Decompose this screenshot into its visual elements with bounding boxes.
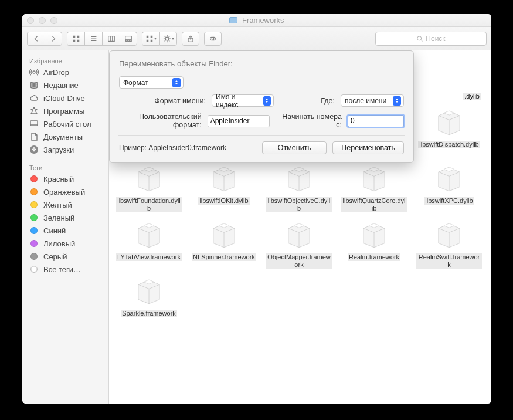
sidebar-item-label: Оранжевый — [43, 188, 85, 197]
share-button[interactable] — [182, 32, 199, 46]
file-item[interactable]: Sparkle.framework — [114, 272, 184, 317]
view-icons-button[interactable] — [67, 32, 84, 46]
file-name-label: libswiftDispatch.dylib — [418, 141, 480, 148]
sidebar-item-label: Желтый — [43, 201, 72, 209]
tag-dot-icon — [29, 226, 39, 235]
sidebar-item-icloud[interactable]: iCloud Drive — [22, 92, 108, 104]
tag-dot-icon — [29, 187, 39, 197]
stepper-arrows-icon — [393, 96, 401, 106]
airdrop-icon — [29, 67, 39, 77]
search-field[interactable]: Поиск — [375, 32, 487, 46]
finder-window: Frameworks ▾ ▾ Поиск Избранное — [22, 14, 491, 404]
sidebar-item-label: Лиловый — [43, 239, 75, 248]
action-button[interactable]: ▾ — [159, 32, 177, 46]
sidebar-item-documents[interactable]: Документы — [22, 130, 108, 143]
arrange-button[interactable]: ▾ — [142, 32, 159, 46]
sidebar-tag-green[interactable]: Зеленый — [22, 211, 108, 224]
file-item[interactable]: RealmSwift.framework — [414, 216, 484, 269]
svg-rect-10 — [125, 36, 132, 39]
file-item[interactable]: Realm.framework — [339, 216, 409, 269]
stepper-arrows-icon — [172, 78, 181, 87]
rename-mode-select[interactable]: Формат — [119, 76, 184, 89]
sidebar-item-label: Загрузки — [43, 145, 74, 154]
bundle-icon — [430, 103, 468, 141]
custom-format-label: Пользовательский формат: — [119, 113, 202, 129]
sidebar-tag-orange[interactable]: Оранжевый — [22, 185, 108, 198]
svg-rect-13 — [130, 40, 132, 41]
sidebar-tag-red[interactable]: Красный — [22, 172, 108, 185]
forward-button[interactable] — [45, 32, 62, 46]
file-item[interactable]: libswiftObjectiveC.dylib — [264, 160, 334, 212]
svg-point-18 — [165, 37, 169, 40]
file-item[interactable]: libswiftQuartzCore.dylib — [339, 160, 409, 212]
bundle-icon — [355, 160, 393, 197]
file-item[interactable]: ObjectMapper.framework — [264, 216, 334, 269]
custom-format-input[interactable] — [208, 115, 270, 127]
sidebar-section-tags-title: Теги — [22, 162, 108, 172]
svg-rect-7 — [108, 36, 114, 41]
cancel-button[interactable]: Отменить — [262, 141, 327, 154]
view-list-button[interactable] — [84, 32, 102, 46]
svg-rect-16 — [147, 39, 149, 42]
where-select[interactable]: после имени — [341, 94, 404, 107]
view-gallery-button[interactable] — [120, 32, 137, 46]
select-value: Имя и индекс — [216, 93, 259, 109]
tag-dot-icon — [29, 200, 39, 209]
file-name-label: libswiftXPC.dylib — [424, 197, 474, 205]
sidebar-item-label: Синий — [43, 226, 66, 235]
svg-rect-14 — [147, 35, 149, 38]
obscured-file-label: .dylib — [463, 93, 481, 100]
back-button[interactable] — [27, 32, 45, 46]
file-name-label: ObjectMapper.framework — [266, 253, 332, 269]
body: Избранное AirDrop Недавние iCloud Drive … — [22, 50, 491, 404]
bundle-icon — [205, 216, 243, 253]
svg-line-25 — [164, 40, 165, 40]
sidebar-item-all-tags[interactable]: Все теги… — [22, 263, 108, 276]
sidebar-item-label: Красный — [43, 175, 74, 184]
sidebar: Избранное AirDrop Недавние iCloud Drive … — [22, 50, 109, 404]
file-item[interactable]: libswiftDispatch.dylib — [414, 103, 484, 156]
window-title: Frameworks — [22, 16, 491, 25]
file-name-label: libswiftQuartzCore.dylib — [341, 197, 407, 212]
sidebar-item-downloads[interactable]: Загрузки — [22, 143, 108, 156]
sidebar-item-label: iCloud Drive — [43, 94, 85, 103]
desktop-icon — [29, 119, 39, 128]
file-item[interactable]: libswiftXPC.dylib — [414, 160, 484, 212]
name-format-select[interactable]: Имя и индекс — [212, 94, 274, 107]
toolbar: ▾ ▾ Поиск — [22, 27, 491, 50]
file-item[interactable]: libswiftIOKit.dylib — [189, 160, 259, 212]
file-item[interactable]: NLSpinner.framework — [189, 216, 259, 269]
bundle-icon — [355, 216, 393, 253]
rename-button[interactable]: Переименовать — [332, 141, 404, 154]
svg-rect-15 — [151, 35, 153, 38]
sidebar-item-label: Зеленый — [43, 214, 74, 222]
view-columns-button[interactable] — [102, 32, 120, 46]
rename-popover: Переименовать объекты Finder: Формат Фор… — [109, 50, 414, 163]
sidebar-item-label: Документы — [43, 133, 83, 141]
sidebar-item-label: Серый — [43, 252, 67, 261]
file-name-label: libswiftObjectiveC.dylib — [266, 197, 332, 212]
sidebar-tag-blue[interactable]: Синий — [22, 224, 108, 237]
file-item[interactable]: LYTabView.framework — [114, 216, 184, 269]
bundle-icon — [130, 272, 168, 310]
svg-point-33 — [33, 71, 35, 73]
sidebar-item-applications[interactable]: Программы — [22, 104, 108, 117]
close-window-button[interactable] — [27, 17, 34, 24]
zoom-window-button[interactable] — [50, 17, 57, 24]
nav-buttons — [27, 32, 62, 46]
minimize-window-button[interactable] — [39, 17, 46, 24]
sidebar-tag-yellow[interactable]: Желтый — [22, 198, 108, 211]
sidebar-tag-purple[interactable]: Лиловый — [22, 237, 108, 250]
name-format-label: Формат имени: — [119, 97, 206, 105]
select-value: Формат — [123, 79, 148, 87]
sidebar-item-label: Рабочий стол — [43, 120, 91, 128]
file-item[interactable]: libswiftFoundation.dylib — [114, 160, 184, 212]
sidebar-item-airdrop[interactable]: AirDrop — [22, 66, 108, 79]
sidebar-item-recents[interactable]: Недавние — [22, 79, 108, 92]
sidebar-item-desktop[interactable]: Рабочий стол — [22, 117, 108, 130]
sidebar-item-label: Программы — [43, 107, 84, 116]
start-number-input[interactable] — [348, 115, 404, 127]
sidebar-tag-gray[interactable]: Серый — [22, 250, 108, 263]
folder-icon — [229, 17, 237, 23]
tags-button[interactable] — [204, 32, 222, 46]
